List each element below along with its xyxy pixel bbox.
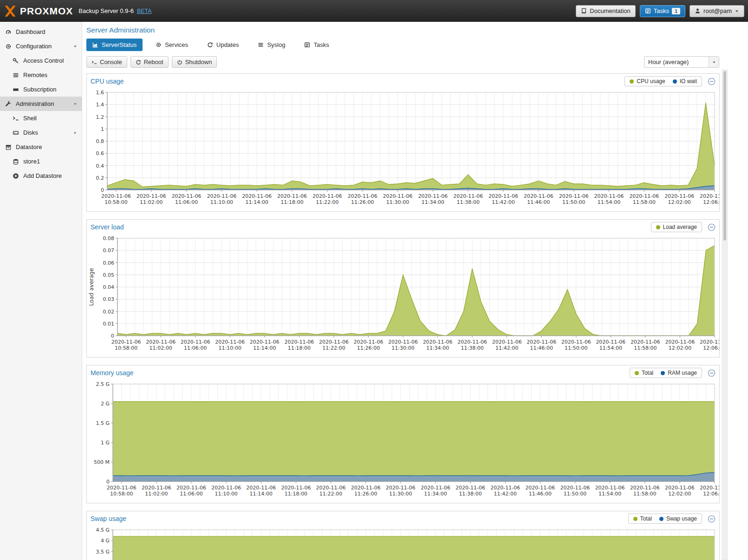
chart-svg: 00.010.020.030.040.050.060.070.082020-11…	[87, 234, 719, 357]
panel-header: Swap usageTotalSwap usage	[87, 511, 719, 526]
shutdown-button[interactable]: Shutdown	[172, 56, 217, 68]
svg-text:1.2: 1.2	[96, 114, 104, 120]
sidebar-item-configuration[interactable]: Configuration	[0, 39, 82, 53]
documentation-label: Documentation	[590, 7, 630, 14]
sidebar-item-datastore[interactable]: Datastore	[0, 140, 82, 154]
svg-text:2020-11-0612:02:00: 2020-11-0612:02:00	[665, 339, 695, 351]
svg-text:2020-11-0611:14:00: 2020-11-0611:14:00	[246, 485, 276, 497]
svg-text:2020-11-0611:06:00: 2020-11-0611:06:00	[172, 193, 202, 205]
panel-title: Memory usage	[91, 369, 134, 377]
plus-circle-icon	[13, 173, 19, 179]
sidebar-item-label: Configuration	[16, 43, 52, 50]
terminal-icon	[13, 115, 19, 122]
collapse-panel-button[interactable]	[708, 515, 715, 523]
scrollbar-thumb[interactable]	[723, 71, 726, 241]
panel-header: CPU usageCPU usageIO wait	[87, 74, 719, 89]
svg-text:0: 0	[111, 333, 114, 339]
panel-title: CPU usage	[91, 78, 124, 85]
reboot-button[interactable]: Reboot	[130, 56, 169, 68]
legend-item-swap-usage[interactable]: Swap usage	[659, 515, 697, 522]
svg-text:0.4: 0.4	[96, 163, 104, 169]
svg-text:0.07: 0.07	[103, 247, 115, 254]
svg-text:0: 0	[101, 187, 104, 193]
legend-item-ram-usage[interactable]: RAM usage	[661, 370, 697, 376]
chart-legend: TotalRAM usage	[630, 368, 702, 378]
legend-label: CPU usage	[637, 78, 665, 85]
chart-legend: Load average	[651, 222, 702, 232]
time-range-select[interactable]: Hour (average)	[644, 56, 719, 68]
legend-label: IO wait	[680, 78, 697, 85]
legend-label: Swap usage	[666, 515, 697, 522]
svg-text:2020-11-0611:38:00: 2020-11-0611:38:00	[455, 485, 485, 497]
user-icon	[695, 8, 701, 14]
svg-text:2020-11-0610:58:00: 2020-11-0610:58:00	[101, 193, 131, 205]
tab-label: Updates	[216, 41, 239, 48]
svg-text:2020-11-0611:46:00: 2020-11-0611:46:00	[527, 339, 556, 351]
svg-text:0.01: 0.01	[103, 321, 115, 327]
key-icon	[13, 58, 19, 64]
sidebar-item-access-control[interactable]: Access Control	[0, 53, 82, 68]
sidebar: DashboardConfigurationAccess ControlRemo…	[0, 22, 82, 560]
svg-text:2020-11-0611:18:00: 2020-11-0611:18:00	[277, 193, 307, 205]
tab-tasks[interactable]: Tasks	[298, 39, 335, 51]
wrench-icon	[5, 101, 12, 107]
svg-text:2020-11-0612:06:00: 2020-11-0612:06:00	[700, 485, 719, 497]
collapse-panel-button[interactable]	[708, 369, 715, 377]
collapse-panel-button[interactable]	[708, 78, 715, 85]
svg-text:2020-11-0611:38:00: 2020-11-0611:38:00	[453, 193, 483, 205]
documentation-button[interactable]: Documentation	[576, 5, 635, 17]
user-menu-button[interactable]: root@pam	[689, 5, 744, 17]
legend-dot	[673, 79, 677, 84]
panel-server-load: Server loadLoad average00.010.020.030.04…	[86, 219, 720, 358]
panel-title: Server load	[91, 223, 124, 231]
combo-trigger[interactable]	[709, 57, 719, 67]
collapse-panel-button[interactable]	[708, 223, 715, 231]
product-version: Backup Server 0.9-6	[78, 7, 134, 14]
sidebar-item-remotes[interactable]: Remotes	[0, 68, 82, 82]
svg-text:2020-11-0611:54:00: 2020-11-0611:54:00	[596, 339, 625, 351]
sidebar-item-add-datastore[interactable]: Add Datastore	[0, 169, 82, 183]
panel-header: Memory usageTotalRAM usage	[87, 365, 719, 380]
chart-legend: TotalSwap usage	[628, 514, 702, 524]
tasks-icon	[645, 8, 651, 14]
tab-services[interactable]: Services	[150, 39, 194, 51]
sidebar-item-shell[interactable]: Shell	[0, 111, 82, 125]
button-label: Shutdown	[185, 59, 212, 65]
legend-item-load-average[interactable]: Load average	[656, 224, 697, 230]
sidebar-item-store1[interactable]: store1	[0, 154, 82, 169]
svg-text:2020-11-0611:50:00: 2020-11-0611:50:00	[561, 339, 591, 351]
legend-item-io-wait[interactable]: IO wait	[673, 78, 697, 85]
legend-item-total[interactable]: Total	[635, 370, 653, 376]
legend-item-cpu-usage[interactable]: CPU usage	[630, 78, 665, 85]
legend-label: RAM usage	[668, 370, 697, 376]
sidebar-item-dashboard[interactable]: Dashboard	[0, 25, 82, 39]
svg-text:2020-11-0611:06:00: 2020-11-0611:06:00	[181, 339, 210, 351]
sidebar-item-administration[interactable]: Administration	[0, 97, 82, 111]
chart-area: 0500 M1 G1.5 G2 G2.5 G3 G3.5 G4 G4.5 G20…	[87, 526, 719, 560]
tasks-button[interactable]: Tasks 1	[640, 5, 685, 17]
sidebar-item-label: Access Control	[23, 57, 64, 64]
svg-text:2020-11-0611:42:00: 2020-11-0611:42:00	[490, 485, 520, 497]
legend-item-total[interactable]: Total	[633, 515, 652, 522]
sidebar-item-subscription[interactable]: Subscription	[0, 82, 82, 97]
svg-text:0.8: 0.8	[96, 138, 104, 144]
console-button[interactable]: Console	[86, 56, 127, 68]
svg-text:1.5 G: 1.5 G	[96, 420, 110, 426]
tab-serverstatus[interactable]: ServerStatus	[86, 39, 143, 51]
refresh-icon	[136, 59, 141, 65]
tasks-count-badge: 1	[672, 8, 680, 14]
chart-panels: CPU usageCPU usageIO wait00.20.40.60.811…	[82, 68, 748, 560]
beta-link[interactable]: BETA	[137, 8, 152, 14]
svg-text:2020-11-0611:50:00: 2020-11-0611:50:00	[560, 485, 590, 497]
svg-text:500 M: 500 M	[94, 459, 110, 465]
svg-text:0: 0	[106, 479, 110, 485]
ticket-icon	[13, 86, 19, 93]
vertical-scrollbar[interactable]	[722, 70, 728, 560]
svg-text:2020-11-0611:02:00: 2020-11-0611:02:00	[146, 339, 176, 351]
sidebar-item-disks[interactable]: Disks	[0, 125, 82, 140]
tab-updates[interactable]: Updates	[201, 39, 245, 51]
archive-icon	[5, 144, 12, 150]
svg-text:2020-11-0611:02:00: 2020-11-0611:02:00	[137, 193, 166, 205]
svg-text:2.5 G: 2.5 G	[96, 381, 110, 387]
tab-syslog[interactable]: Syslog	[252, 39, 291, 51]
